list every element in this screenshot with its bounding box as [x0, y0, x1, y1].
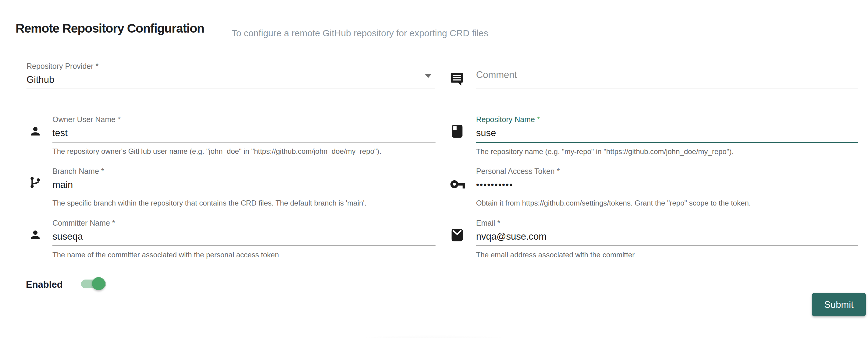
email-icon: [451, 228, 464, 242]
branch-name-field[interactable]: Branch Name * main The specific branch w…: [53, 166, 436, 207]
email-hint: The email address associated with the co…: [476, 250, 858, 259]
owner-username-hint: The repository owner's GitHub user name …: [53, 147, 436, 156]
email-field[interactable]: Email * nvqa@suse.com The email address …: [476, 218, 858, 259]
email-value: nvqa@suse.com: [476, 231, 547, 242]
page-title: Remote Repository Configuration: [16, 21, 204, 36]
enabled-label: Enabled: [26, 279, 63, 290]
git-branch-icon: [28, 175, 42, 190]
remote-repository-configuration-page: Remote Repository Configuration To confi…: [0, 0, 868, 338]
personal-access-token-field[interactable]: Personal Access Token * •••••••••• Obtai…: [476, 166, 858, 207]
person-icon: [29, 125, 42, 138]
repository-name-field[interactable]: Repository Name * suse The repository na…: [476, 114, 858, 156]
branch-name-hint: The specific branch within the repositor…: [53, 199, 436, 207]
comment-placeholder: Comment: [476, 69, 517, 80]
enabled-toggle[interactable]: [81, 277, 106, 291]
comment-icon: [450, 72, 464, 86]
committer-name-hint: The name of the committer associated wit…: [53, 250, 436, 259]
submit-button[interactable]: Submit: [812, 293, 866, 316]
owner-username-field[interactable]: Owner User Name * test The repository ow…: [53, 114, 436, 156]
repository-provider-value: Github: [27, 74, 54, 85]
email-label: Email *: [476, 218, 858, 228]
comment-input[interactable]: Comment: [476, 61, 858, 89]
committer-name-value: suseqa: [53, 231, 83, 242]
owner-username-label: Owner User Name *: [53, 114, 436, 124]
branch-name-value: main: [53, 179, 73, 190]
committer-name-label: Committer Name *: [53, 218, 436, 228]
committer-name-field[interactable]: Committer Name * suseqa The name of the …: [53, 218, 436, 259]
personal-access-token-value: ••••••••••: [476, 180, 513, 190]
bottom-shade: [250, 319, 616, 338]
personal-access-token-label: Personal Access Token *: [476, 166, 858, 176]
key-icon: [450, 178, 466, 190]
required-asterisk: *: [537, 115, 540, 124]
repository-name-hint: The repository name (e.g. "my-repo" in "…: [476, 147, 858, 156]
chevron-down-icon: [425, 74, 432, 78]
repository-provider-select[interactable]: Repository Provider * Github: [27, 61, 435, 89]
toggle-knob: [92, 277, 105, 290]
personal-access-token-hint: Obtain it from https://github.com/settin…: [476, 199, 858, 207]
repository-provider-label: Repository Provider *: [27, 61, 435, 71]
owner-username-value: test: [53, 128, 68, 139]
repository-name-value: suse: [476, 128, 496, 139]
branch-name-label: Branch Name *: [53, 166, 436, 176]
repository-icon: [451, 124, 464, 138]
repository-name-label: Repository Name *: [476, 114, 858, 124]
person-icon: [29, 228, 42, 241]
page-subtitle: To configure a remote GitHub repository …: [231, 28, 488, 38]
